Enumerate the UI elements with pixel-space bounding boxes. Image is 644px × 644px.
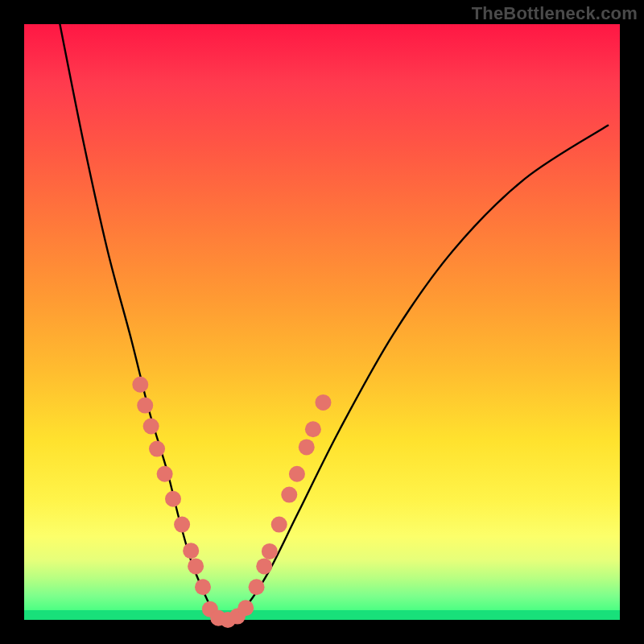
chart-frame: TheBottleneck.com <box>0 0 644 644</box>
right-branch-dots-dot <box>305 421 321 437</box>
left-branch-dots-dot <box>165 491 181 507</box>
right-branch-dots-dot <box>289 466 305 482</box>
right-branch-dots-dot <box>262 543 278 559</box>
right-branch-dots-dot <box>271 517 287 533</box>
left-branch-dots-dot <box>137 398 153 414</box>
left-branch-dots-dot <box>132 377 148 393</box>
left-branch-dots-dot <box>183 543 199 559</box>
right-branch-dots-dot <box>256 558 272 574</box>
trough-dots-dot <box>237 600 254 616</box>
left-branch-dots-dot <box>143 419 159 435</box>
right-branch-dots-dot <box>299 439 315 455</box>
left-branch-dots-dot <box>174 517 190 533</box>
left-branch-dots-dot <box>149 441 165 457</box>
right-branch-dots-dot <box>249 579 265 595</box>
marker-layer <box>132 377 331 628</box>
bottleneck-curve <box>60 24 608 620</box>
watermark-text: TheBottleneck.com <box>472 3 638 24</box>
right-branch-dots-dot <box>281 487 297 503</box>
right-branch-dots-dot <box>315 394 331 411</box>
left-branch-dots-dot <box>195 579 211 595</box>
left-branch-dots-dot <box>157 466 173 482</box>
chart-svg <box>24 24 620 620</box>
left-branch-dots-dot <box>188 558 204 574</box>
